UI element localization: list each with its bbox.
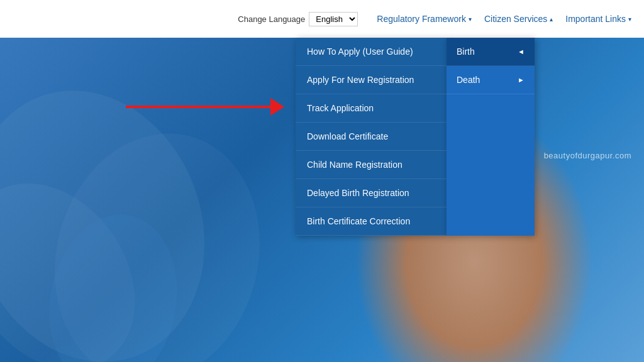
citizen-label: Citizen Services <box>484 14 547 24</box>
menu-item-child-name[interactable]: Child Name Registration <box>296 151 447 179</box>
regulatory-label: Regulatory Framework <box>377 14 466 24</box>
death-chevron: ► <box>518 76 525 84</box>
menu-item-apply-new[interactable]: Apply For New Registration <box>296 66 447 94</box>
menu-item-track-app[interactable]: Track Application <box>296 94 447 123</box>
change-language-label: Change Language <box>238 14 305 24</box>
arrow-line <box>126 106 270 108</box>
birth-label: Birth <box>457 47 475 57</box>
hands-decoration <box>0 38 302 362</box>
dropdown-container: How To Apply (User Guide) Apply For New … <box>296 38 535 236</box>
red-arrow <box>126 106 270 108</box>
language-select[interactable]: English Bengali Hindi <box>309 12 358 26</box>
sub-menu: Birth ◄ Death ► <box>447 38 535 236</box>
watermark: beautyofdurgapur.com <box>544 151 631 160</box>
menu-item-cert-correction[interactable]: Birth Certificate Correction <box>296 207 447 236</box>
citizen-chevron: ▴ <box>550 16 553 23</box>
important-chevron: ▾ <box>628 16 631 23</box>
header: Change Language English Bengali Hindi Re… <box>0 0 644 38</box>
menu-item-delayed-birth[interactable]: Delayed Birth Registration <box>296 179 447 207</box>
nav-links: Regulatory Framework ▾ Citizen Services … <box>377 14 631 24</box>
language-section: Change Language English Bengali Hindi <box>238 12 358 26</box>
birth-chevron: ◄ <box>518 48 525 55</box>
regulatory-chevron: ▾ <box>469 16 472 23</box>
important-label: Important Links <box>565 14 626 24</box>
death-label: Death <box>457 75 480 85</box>
sub-menu-item-death[interactable]: Death ► <box>447 66 535 94</box>
arrow-head <box>270 98 284 116</box>
sub-menu-item-birth[interactable]: Birth ◄ <box>447 38 535 66</box>
nav-important[interactable]: Important Links ▾ <box>565 14 631 24</box>
menu-item-download-cert[interactable]: Download Certificate <box>296 123 447 151</box>
nav-regulatory[interactable]: Regulatory Framework ▾ <box>377 14 472 24</box>
nav-citizen[interactable]: Citizen Services ▴ <box>484 14 553 24</box>
menu-item-how-to-apply[interactable]: How To Apply (User Guide) <box>296 38 447 66</box>
main-menu: How To Apply (User Guide) Apply For New … <box>296 38 447 236</box>
